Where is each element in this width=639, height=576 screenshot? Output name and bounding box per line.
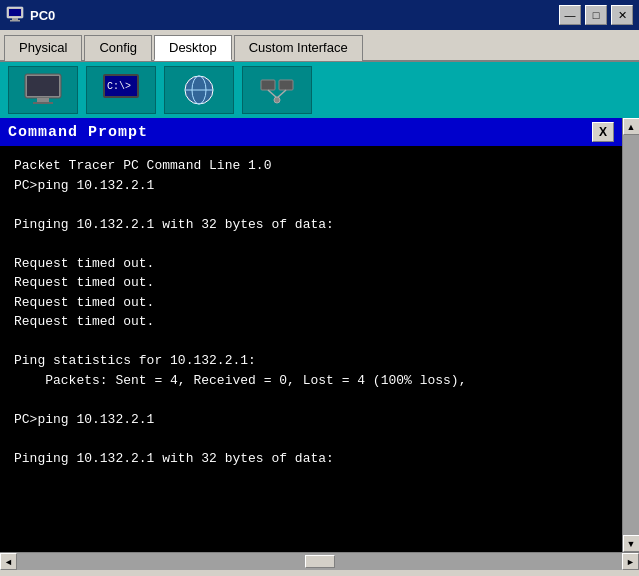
bottom-scrollbar: ◄ ► bbox=[0, 552, 639, 570]
close-button[interactable]: ✕ bbox=[611, 5, 633, 25]
terminal-body[interactable]: Packet Tracer PC Command Line 1.0 PC>pin… bbox=[0, 146, 622, 552]
svg-rect-17 bbox=[279, 80, 293, 90]
scroll-track-vertical[interactable] bbox=[623, 135, 640, 535]
window-title: PC0 bbox=[30, 8, 559, 23]
svg-rect-9 bbox=[33, 102, 53, 104]
toolbar: C:\> bbox=[0, 62, 639, 118]
terminal-title: Command Prompt bbox=[8, 124, 148, 141]
svg-text:C:\>: C:\> bbox=[107, 81, 131, 92]
window-controls: — □ ✕ bbox=[559, 5, 633, 25]
scroll-down-button[interactable]: ▼ bbox=[623, 535, 640, 552]
tab-bar: Physical Config Desktop Custom Interface bbox=[0, 30, 639, 62]
svg-rect-8 bbox=[37, 98, 49, 102]
scroll-right-button[interactable]: ► bbox=[622, 553, 639, 570]
title-bar: PC0 — □ ✕ bbox=[0, 0, 639, 30]
tab-physical[interactable]: Physical bbox=[4, 35, 82, 61]
right-scrollbar: ▲ ▼ bbox=[622, 118, 639, 552]
browser-icon bbox=[179, 72, 219, 108]
svg-rect-1 bbox=[9, 9, 21, 16]
svg-point-20 bbox=[274, 97, 280, 103]
pc-icon bbox=[6, 6, 24, 24]
scroll-track-horizontal[interactable] bbox=[17, 553, 622, 570]
svg-rect-7 bbox=[27, 76, 59, 96]
svg-rect-16 bbox=[261, 80, 275, 90]
desktop-icon bbox=[23, 72, 63, 108]
tab-desktop[interactable]: Desktop bbox=[154, 35, 232, 61]
scroll-left-button[interactable]: ◄ bbox=[0, 553, 17, 570]
maximize-button[interactable]: □ bbox=[585, 5, 607, 25]
scroll-thumb-horizontal[interactable] bbox=[305, 555, 335, 568]
svg-point-4 bbox=[15, 19, 16, 20]
terminal-close-button[interactable]: X bbox=[592, 122, 614, 142]
terminal-header: Command Prompt X bbox=[0, 118, 622, 146]
main-area: Command Prompt X Packet Tracer PC Comman… bbox=[0, 118, 639, 552]
tab-custom-interface[interactable]: Custom Interface bbox=[234, 35, 363, 61]
toolbar-icon-1[interactable] bbox=[8, 66, 78, 114]
svg-rect-3 bbox=[10, 20, 20, 22]
minimize-button[interactable]: — bbox=[559, 5, 581, 25]
terminal-icon: C:\> bbox=[101, 72, 141, 108]
toolbar-icon-2[interactable]: C:\> bbox=[86, 66, 156, 114]
toolbar-icon-4[interactable] bbox=[242, 66, 312, 114]
tab-config[interactable]: Config bbox=[84, 35, 152, 61]
terminal-container: Command Prompt X Packet Tracer PC Comman… bbox=[0, 118, 622, 552]
toolbar-icon-3[interactable] bbox=[164, 66, 234, 114]
scroll-up-button[interactable]: ▲ bbox=[623, 118, 640, 135]
network-icon bbox=[257, 72, 297, 108]
